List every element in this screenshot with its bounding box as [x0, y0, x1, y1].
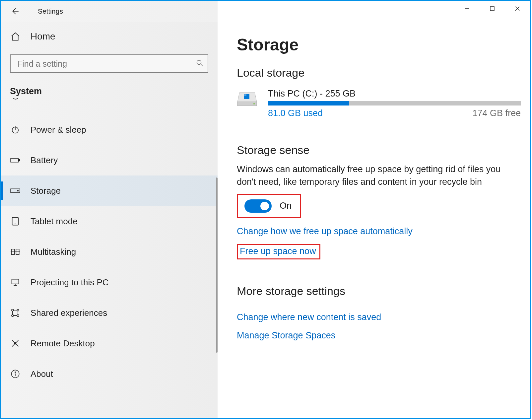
- svg-rect-17: [12, 279, 19, 284]
- storage-sense-toggle[interactable]: [244, 199, 272, 213]
- svg-rect-29: [244, 94, 246, 96]
- maximize-button[interactable]: [480, 1, 505, 17]
- sidebar: Home System: [1, 22, 218, 418]
- more-storage-title: More storage settings: [237, 285, 521, 298]
- sidebar-home-label: Home: [31, 31, 55, 42]
- sidebar-item-label: Storage: [31, 186, 61, 196]
- search-input[interactable]: [17, 59, 196, 69]
- info-icon: [10, 369, 21, 379]
- drive-usage-bar: [268, 101, 521, 105]
- window-controls: [454, 1, 530, 17]
- window-title: Settings: [38, 7, 63, 15]
- highlight-toggle-box: On: [237, 194, 301, 218]
- drive-usage-fill: [268, 101, 349, 105]
- maximize-icon: [489, 6, 495, 12]
- arrow-left-icon: [11, 7, 19, 16]
- svg-point-4: [197, 60, 201, 65]
- sidebar-item-label: Battery: [31, 155, 58, 166]
- svg-point-18: [12, 309, 14, 311]
- link-manage-storage-spaces[interactable]: Manage Storage Spaces: [237, 330, 335, 341]
- link-change-where-saved[interactable]: Change where new content is saved: [237, 312, 381, 322]
- svg-point-21: [17, 315, 19, 316]
- storage-sense-toggle-row: On: [241, 197, 295, 215]
- page-title: Storage: [237, 35, 521, 54]
- sidebar-item-focus-assist[interactable]: Focus assist: [1, 98, 218, 114]
- home-icon: [10, 31, 21, 42]
- titlebar-left: Settings: [1, 1, 218, 22]
- sidebar-item-label: Remote Desktop: [31, 338, 95, 349]
- svg-point-19: [17, 309, 19, 311]
- drive-meta: 81.0 GB used 174 GB free: [268, 108, 521, 118]
- remote-icon: [10, 338, 21, 349]
- link-free-up-now[interactable]: Free up space now: [240, 246, 316, 256]
- sidebar-item-label: Focus assist: [31, 98, 79, 100]
- minimize-button[interactable]: [454, 1, 480, 17]
- search-wrap: [10, 54, 208, 73]
- svg-point-22: [15, 343, 16, 344]
- svg-rect-9: [19, 160, 20, 161]
- svg-line-5: [201, 64, 203, 66]
- sidebar-scrollbar[interactable]: [216, 177, 218, 353]
- drive-label: This PC (C:) - 255 GB: [268, 89, 521, 99]
- sidebar-item-projecting[interactable]: Projecting to this PC: [1, 267, 218, 298]
- back-button[interactable]: [10, 6, 20, 16]
- content-pane: Storage Local storage This PC (C:) - 255…: [218, 22, 530, 418]
- close-button[interactable]: [505, 1, 530, 17]
- sidebar-item-storage[interactable]: Storage: [1, 175, 218, 206]
- minimize-icon: [464, 6, 470, 12]
- shared-icon: [10, 308, 21, 318]
- sidebar-item-tablet-mode[interactable]: Tablet mode: [1, 206, 218, 237]
- multitask-icon: [10, 246, 21, 257]
- search-box[interactable]: [10, 54, 208, 73]
- sidebar-item-label: Projecting to this PC: [31, 277, 109, 288]
- svg-rect-8: [11, 158, 18, 162]
- sidebar-item-shared-experiences[interactable]: Shared experiences: [1, 298, 218, 328]
- tablet-icon: [10, 216, 21, 227]
- toggle-knob: [260, 202, 269, 210]
- sidebar-item-power-sleep[interactable]: Power & sleep: [1, 114, 218, 145]
- storage-sense-title: Storage sense: [237, 144, 521, 157]
- moon-icon: [10, 98, 21, 101]
- close-icon: [514, 6, 520, 12]
- sidebar-item-label: Tablet mode: [31, 216, 78, 227]
- body: Home System: [1, 22, 530, 418]
- sidebar-item-multitasking[interactable]: Multitasking: [1, 237, 218, 267]
- sidebar-item-label: About: [31, 369, 53, 379]
- battery-icon: [10, 155, 21, 166]
- link-change-auto[interactable]: Change how we free up space automaticall…: [237, 226, 413, 237]
- nav-list: Focus assist Power & sleep: [1, 98, 218, 389]
- power-icon: [10, 124, 21, 135]
- svg-point-11: [18, 190, 19, 191]
- search-icon: [196, 59, 204, 68]
- project-icon: [10, 277, 21, 288]
- storage-sense-toggle-label: On: [280, 201, 292, 211]
- drive-row[interactable]: This PC (C:) - 255 GB 81.0 GB used 174 G…: [237, 89, 521, 118]
- drive-used: 81.0 GB used: [268, 108, 323, 118]
- sidebar-item-label: Multitasking: [31, 247, 76, 257]
- sidebar-item-label: Shared experiences: [31, 308, 107, 318]
- svg-point-30: [253, 103, 255, 105]
- hard-drive-icon: [237, 91, 260, 108]
- local-storage-title: Local storage: [237, 66, 521, 79]
- highlight-free-now-box: Free up space now: [237, 244, 320, 259]
- settings-window: Settings Home: [0, 0, 531, 419]
- sidebar-item-battery[interactable]: Battery: [1, 145, 218, 175]
- drive-body: This PC (C:) - 255 GB 81.0 GB used 174 G…: [268, 89, 521, 118]
- drive-free: 174 GB free: [472, 108, 521, 118]
- sidebar-home[interactable]: Home: [1, 22, 218, 45]
- titlebar: Settings: [1, 1, 530, 22]
- svg-point-25: [15, 372, 16, 373]
- sidebar-item-label: Power & sleep: [31, 125, 86, 135]
- svg-rect-1: [490, 7, 494, 11]
- sidebar-item-remote-desktop[interactable]: Remote Desktop: [1, 328, 218, 359]
- drive-icon: [10, 185, 21, 196]
- storage-sense-description: Windows can automatically free up space …: [237, 163, 519, 188]
- sidebar-item-about[interactable]: About: [1, 359, 218, 389]
- sidebar-section-label: System: [10, 86, 218, 97]
- svg-point-20: [12, 315, 14, 316]
